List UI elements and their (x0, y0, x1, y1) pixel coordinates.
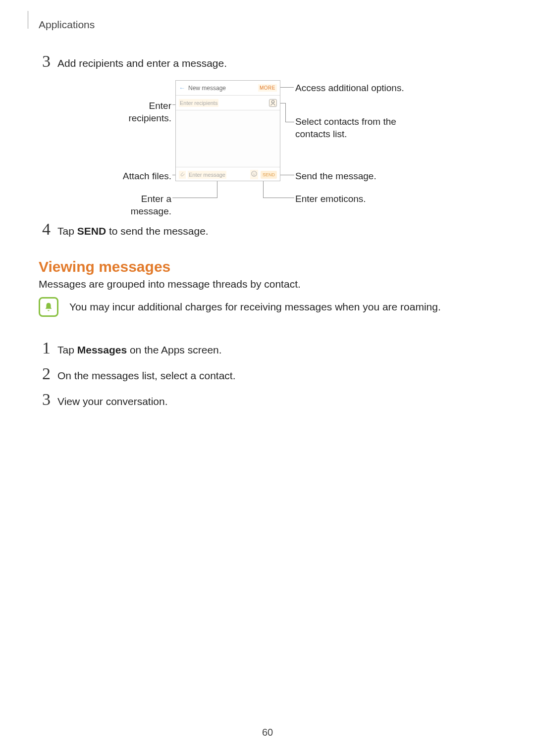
text: to send the message. (106, 225, 209, 237)
callout-enter-recipients: Enter recipients. (107, 100, 171, 124)
bold-text: Messages (77, 344, 127, 355)
step-text: Tap SEND to send the message. (57, 225, 209, 237)
step-text: Add recipients and enter a message. (57, 57, 227, 69)
phone-title: New message (188, 85, 226, 92)
paragraph: Messages are grouped into message thread… (39, 278, 301, 290)
text: Tap (57, 225, 77, 237)
message-body (176, 110, 280, 167)
message-diagram: Enter recipients. Attach files. Enter a … (103, 78, 460, 207)
more-button: MORE (258, 84, 277, 92)
step-text: Tap Messages on the Apps screen. (57, 344, 222, 356)
step-text: On the messages list, select a contact. (57, 370, 236, 382)
connector (280, 103, 285, 103)
connector (285, 103, 286, 122)
text: Tap (57, 344, 77, 355)
callout-more-options: Access additional options. (295, 82, 404, 95)
step-number: 3 (36, 390, 51, 409)
connector (263, 198, 294, 198)
enter-message-placeholder: Enter message (188, 171, 226, 179)
text: on the Apps screen. (127, 344, 221, 355)
connector (285, 122, 294, 122)
notice-text: You may incur additional charges for rec… (69, 301, 441, 313)
recipients-row: Enter recipients (176, 96, 280, 110)
callout-send-message: Send the message. (295, 170, 376, 183)
step-number: 2 (36, 364, 51, 383)
step-text: View your conversation. (57, 396, 168, 407)
step-3: 3 Add recipients and enter a message. (36, 52, 227, 71)
page-number: 60 (0, 727, 535, 738)
step-number: 1 (36, 339, 51, 357)
section-label: Applications (39, 19, 95, 31)
phone-mockup: ← New message MORE Enter recipients Ente… (175, 80, 280, 181)
heading-viewing-messages: Viewing messages (39, 258, 170, 275)
svg-point-2 (253, 173, 254, 173)
bold-text: SEND (77, 225, 106, 237)
connector (279, 175, 294, 175)
step-v3: 3 View your conversation. (36, 390, 168, 409)
recipients-placeholder: Enter recipients (179, 99, 218, 107)
step-v2: 2 On the messages list, select a contact… (36, 364, 236, 383)
emoticon-icon (250, 170, 258, 179)
notice-block: You may incur additional charges for rec… (39, 297, 441, 317)
svg-point-3 (255, 173, 255, 173)
connector (217, 181, 217, 198)
callout-enter-message: Enter a message. (103, 193, 171, 217)
step-v1: 1 Tap Messages on the Apps screen. (36, 339, 222, 357)
callout-attach-files: Attach files. (119, 170, 171, 183)
send-button: SEND (261, 171, 277, 179)
connector (172, 198, 217, 198)
step-number: 4 (36, 220, 51, 239)
side-rule (28, 11, 28, 29)
svg-point-1 (252, 171, 257, 177)
back-arrow-icon: ← (179, 84, 185, 92)
attach-icon (179, 171, 186, 179)
contacts-icon (269, 99, 277, 107)
step-number: 3 (36, 52, 51, 71)
bell-icon (39, 297, 58, 317)
callout-select-contacts: Select contacts from the contacts list. (295, 116, 419, 140)
step-4: 4 Tap SEND to send the message. (36, 220, 209, 239)
callout-emoticons: Enter emoticons. (295, 193, 366, 205)
connector (263, 181, 264, 198)
svg-point-0 (271, 100, 274, 102)
input-row: Enter message SEND (176, 167, 280, 182)
phone-header: ← New message MORE (176, 81, 280, 96)
